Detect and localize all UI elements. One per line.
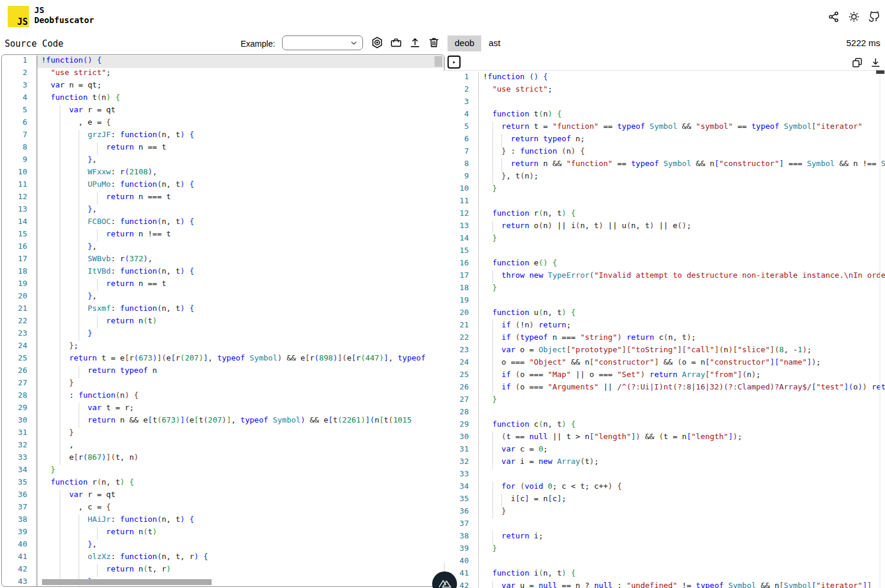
code-line[interactable]: 12 function r(n, t) { xyxy=(443,209,885,221)
code-line[interactable]: 22 return n(t) xyxy=(2,316,444,329)
code-line[interactable]: 9 }, xyxy=(2,155,444,167)
code-line[interactable]: 20 function u(n, t) { xyxy=(443,308,885,320)
code-line[interactable]: 42 return n(t, r) xyxy=(2,564,444,577)
code-line[interactable]: 34 for (void 0; c < t; c++) { xyxy=(443,482,885,494)
theme-toggle-icon[interactable] xyxy=(847,10,860,23)
code-line[interactable]: 17 SWBvb: r(372), xyxy=(2,254,444,267)
code-line[interactable]: 42 var u = null == n ? null : "undefined… xyxy=(443,581,885,588)
code-line[interactable]: 27 } xyxy=(2,378,444,391)
source-horizontal-scrollbar[interactable] xyxy=(42,579,212,585)
code-line[interactable]: 28 : function(n) { xyxy=(2,391,444,403)
example-select[interactable] xyxy=(282,35,363,50)
code-line[interactable]: 36 var r = qt xyxy=(2,490,444,502)
code-line[interactable]: 31 } xyxy=(2,428,444,440)
code-line[interactable]: 14 } xyxy=(443,233,885,246)
code-line[interactable]: 30 (t == null || t > n["length"]) && (t … xyxy=(443,432,885,444)
code-line[interactable]: 15 xyxy=(443,246,885,258)
code-line[interactable]: 6 return typeof n; xyxy=(443,134,885,147)
code-line[interactable]: 40 }, xyxy=(2,540,444,552)
code-line[interactable]: 3 var n = qt; xyxy=(2,80,444,93)
tab-deob[interactable]: deob xyxy=(448,35,481,51)
upload-icon[interactable] xyxy=(409,36,422,49)
code-line[interactable]: 39 } xyxy=(443,544,885,556)
code-line[interactable]: 25 return t = e[r(673)](e[r(207)], typeo… xyxy=(2,353,444,366)
code-line[interactable]: 5 var r = qt xyxy=(2,105,444,118)
code-line[interactable]: 33 e[r(867)](t, n) xyxy=(2,453,444,465)
code-line[interactable]: 3 xyxy=(443,97,885,109)
code-line[interactable]: 1!function() { xyxy=(2,56,444,68)
code-line[interactable]: 32 , xyxy=(2,440,444,453)
code-line[interactable]: 28 xyxy=(443,407,885,420)
code-line[interactable]: 10 WFxxw: r(2108), xyxy=(2,167,444,180)
code-line[interactable]: 6 , e = { xyxy=(2,118,444,130)
source-code-editor[interactable]: 1!function() {2 "use strict";3 var n = q… xyxy=(1,54,445,587)
code-line[interactable]: 10 } xyxy=(443,184,885,196)
code-line[interactable]: 36 } xyxy=(443,506,885,519)
code-line[interactable]: 16 function e() { xyxy=(443,258,885,271)
output-code-editor[interactable]: 1!function () {2 "use strict";34 functio… xyxy=(443,70,885,588)
code-line[interactable]: 8 return n == t xyxy=(2,142,444,155)
code-line[interactable]: 2 "use strict"; xyxy=(2,68,444,80)
download-icon[interactable] xyxy=(869,56,882,69)
code-line[interactable]: 27 } xyxy=(443,395,885,407)
output-vertical-scrollbar[interactable] xyxy=(876,70,884,74)
code-line[interactable]: 20 }, xyxy=(2,291,444,304)
code-line[interactable]: 14 FCBOC: function(n, t) { xyxy=(2,217,444,229)
code-line[interactable]: 25 if (o === "Map" || o === "Set") retur… xyxy=(443,370,885,382)
code-line[interactable]: 19 xyxy=(443,295,885,308)
code-line[interactable]: 2 "use strict"; xyxy=(443,85,885,97)
code-line[interactable]: 1!function () { xyxy=(443,72,885,85)
share-icon[interactable] xyxy=(827,10,840,23)
code-line[interactable]: 31 var c = 0; xyxy=(443,444,885,457)
code-line[interactable]: 32 var i = new Array(t); xyxy=(443,457,885,469)
trash-icon[interactable] xyxy=(427,36,440,49)
code-line[interactable]: 11 UPuMo: function(n, t) { xyxy=(2,180,444,192)
code-line[interactable]: 19 return n == t xyxy=(2,279,444,291)
code-line[interactable]: 7 } : function (n) { xyxy=(443,147,885,159)
code-line[interactable]: 33 xyxy=(443,469,885,482)
code-line[interactable]: 29 var t = r; xyxy=(2,403,444,415)
code-line[interactable]: 29 function c(n, t) { xyxy=(443,420,885,432)
code-line[interactable]: 30 return n && e[t(673)](e[t(207)], type… xyxy=(2,415,444,428)
code-line[interactable]: 16 }, xyxy=(2,242,444,254)
code-line[interactable]: 13 return o(n) || i(n, t) || u(n, t) || … xyxy=(443,221,885,233)
run-icon[interactable] xyxy=(448,56,461,69)
code-line[interactable]: 35 function r(n, t) { xyxy=(2,477,444,490)
source-vertical-scrollbar[interactable] xyxy=(435,56,442,67)
code-line[interactable]: 21 Psxmf: function(n, t) { xyxy=(2,304,444,316)
github-icon[interactable] xyxy=(867,10,880,23)
code-line[interactable]: 15 return n !== t xyxy=(2,229,444,242)
code-line[interactable]: 41 olzXz: function(n, t, r) { xyxy=(2,552,444,564)
code-line[interactable]: 9 }, t(n); xyxy=(443,171,885,184)
code-line[interactable]: 13 }, xyxy=(2,204,444,217)
code-line[interactable]: 22 if (typeof n === "string") return c(n… xyxy=(443,333,885,345)
code-line[interactable]: 23 } xyxy=(2,329,444,341)
code-line[interactable]: 24 o === "Object" && n["constructor"] &&… xyxy=(443,358,885,370)
code-line[interactable]: 4 function t(n) { xyxy=(443,109,885,122)
code-line[interactable]: 23 var o = Object["prototype"]["toString… xyxy=(443,345,885,358)
code-line[interactable]: 8 return n && "function" == typeof Symbo… xyxy=(443,159,885,171)
code-line[interactable]: 40 xyxy=(443,556,885,568)
code-line[interactable]: 18 } xyxy=(443,283,885,295)
toolbox-icon[interactable] xyxy=(390,36,403,49)
code-line[interactable]: 37 , c = { xyxy=(2,502,444,515)
code-line[interactable]: 39 return n(t) xyxy=(2,527,444,540)
code-line[interactable]: 34 } xyxy=(2,465,444,477)
code-line[interactable]: 12 return n === t xyxy=(2,192,444,204)
code-line[interactable]: 37 xyxy=(443,519,885,531)
code-line[interactable]: 24 }; xyxy=(2,341,444,353)
code-line[interactable]: 18 ItVBd: function(n, t) { xyxy=(2,267,444,279)
code-line[interactable]: 4 function t(n) { xyxy=(2,93,444,105)
code-line[interactable]: 7 grzJF: function(n, t) { xyxy=(2,130,444,142)
copy-icon[interactable] xyxy=(851,56,864,69)
code-line[interactable]: 5 return t = "function" == typeof Symbol… xyxy=(443,122,885,134)
code-line[interactable]: 41 function i(n, t) { xyxy=(443,568,885,581)
code-line[interactable]: 38 HAiJr: function(n, t) { xyxy=(2,515,444,527)
code-line[interactable]: 26 return typeof n xyxy=(2,366,444,378)
code-line[interactable]: 11 xyxy=(443,196,885,209)
code-line[interactable]: 21 if (!n) return; xyxy=(443,320,885,333)
settings-icon[interactable] xyxy=(371,36,384,49)
code-line[interactable]: 35 i[c] = n[c]; xyxy=(443,494,885,506)
code-line[interactable]: 38 return i; xyxy=(443,531,885,544)
code-line[interactable]: 26 if (o === "Arguments" || /^(?:Ui|I)nt… xyxy=(443,382,885,395)
